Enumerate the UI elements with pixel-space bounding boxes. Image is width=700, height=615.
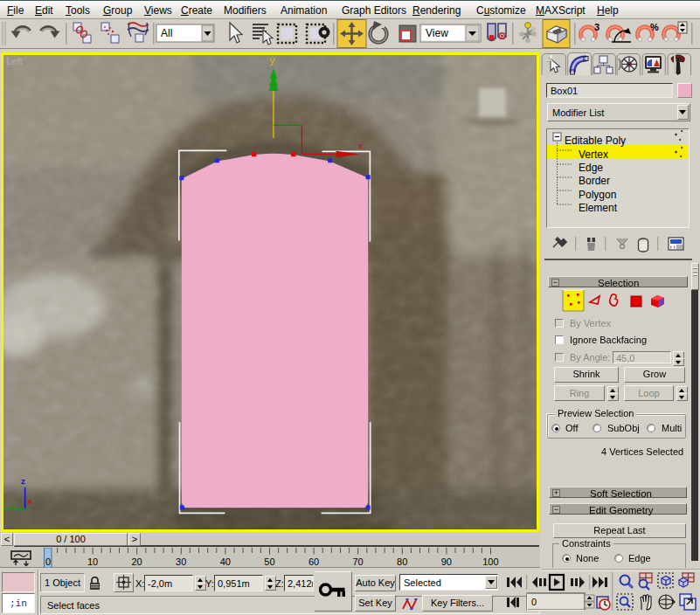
svg-text:40: 40 <box>220 556 231 567</box>
svg-text:20: 20 <box>131 556 142 567</box>
svg-text:0: 0 <box>45 556 51 567</box>
svg-text:All: All <box>161 27 172 39</box>
svg-text:60: 60 <box>308 556 319 567</box>
svg-text:80: 80 <box>397 556 407 567</box>
svg-text:z: z <box>21 476 25 486</box>
svg-text:View: View <box>426 27 448 39</box>
svg-text:30: 30 <box>176 556 186 567</box>
svg-text:y: y <box>270 55 275 66</box>
svg-text:0: 0 <box>531 597 537 607</box>
svg-text:x: x <box>358 141 364 151</box>
svg-text:x: x <box>27 496 32 506</box>
svg-text:%: % <box>650 22 659 32</box>
svg-text:Left: Left <box>7 56 23 66</box>
svg-text:100: 100 <box>482 556 498 567</box>
svg-text:50: 50 <box>264 556 274 567</box>
svg-text:70: 70 <box>352 556 363 567</box>
svg-text:10: 10 <box>87 556 98 567</box>
svg-text:3: 3 <box>594 22 600 32</box>
svg-text:90: 90 <box>441 556 452 567</box>
